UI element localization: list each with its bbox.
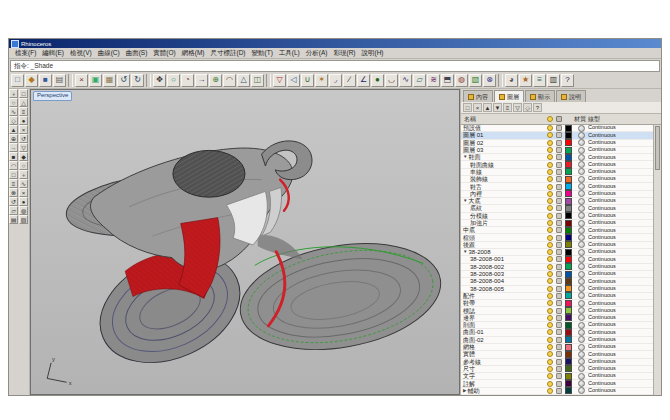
layer-color-swatch[interactable] — [563, 125, 574, 132]
lock-icon[interactable] — [554, 373, 563, 379]
layer-row[interactable]: 配件Continuous — [461, 293, 653, 300]
visibility-bulb-icon[interactable] — [545, 351, 554, 357]
lock-icon[interactable] — [554, 220, 563, 226]
material-icon[interactable] — [574, 373, 588, 380]
cut-icon[interactable]: × — [75, 74, 88, 87]
command-line[interactable]: 指令: _Shade — [10, 60, 660, 72]
visibility-bulb-icon[interactable] — [545, 125, 554, 131]
menu-item[interactable]: 彩現(R) — [330, 50, 358, 57]
layer-color-swatch[interactable] — [563, 139, 574, 146]
material-icon[interactable] — [574, 329, 588, 336]
lock-icon[interactable] — [554, 322, 563, 328]
side-tool-icon[interactable]: ● — [19, 116, 28, 125]
side-tool-icon[interactable]: ◆ — [19, 152, 28, 161]
join-icon[interactable]: ∪ — [301, 74, 314, 87]
lock-icon[interactable] — [554, 351, 563, 357]
layer-row[interactable]: 圖層 03Continuous — [461, 147, 653, 154]
curve-icon[interactable]: ∿ — [399, 74, 412, 87]
side-tool-icon[interactable]: □ — [9, 170, 18, 179]
copy-object-icon[interactable]: ⊕ — [209, 74, 222, 87]
side-tool-icon[interactable]: ∿ — [19, 179, 28, 188]
panel-scrollbar[interactable] — [653, 125, 661, 395]
lock-icon[interactable] — [554, 359, 563, 365]
lock-icon[interactable] — [554, 264, 563, 270]
layer-color-swatch[interactable] — [563, 154, 574, 161]
arc-icon[interactable]: ◡ — [385, 74, 398, 87]
lock-icon[interactable] — [554, 286, 563, 292]
panel-tool-icon[interactable]: ≡ — [503, 103, 512, 112]
visibility-bulb-icon[interactable] — [545, 278, 554, 284]
side-tool-icon[interactable]: ＋ — [19, 170, 28, 179]
side-tool-icon[interactable]: ◠ — [9, 161, 18, 170]
visibility-bulb-icon[interactable] — [545, 227, 554, 233]
layer-row[interactable]: ▼大底Continuous — [461, 198, 653, 205]
layer-row[interactable]: 中底Continuous — [461, 227, 653, 234]
visibility-bulb-icon[interactable] — [545, 373, 554, 379]
lock-icon[interactable] — [554, 176, 563, 182]
layer-row[interactable]: 38-2008-001Continuous — [461, 256, 653, 263]
layer-row[interactable]: 邊界Continuous — [461, 315, 653, 322]
lock-icon[interactable] — [554, 154, 563, 160]
lock-icon[interactable] — [554, 308, 563, 314]
layer-color-swatch[interactable] — [563, 271, 574, 278]
visibility-bulb-icon[interactable] — [545, 256, 554, 262]
layer-row[interactable]: 網格Continuous — [461, 344, 653, 351]
side-tool-icon[interactable]: ▲ — [9, 125, 18, 134]
panel-tab-圖層[interactable]: 圖層 — [494, 90, 524, 102]
layer-color-swatch[interactable] — [563, 212, 574, 219]
lock-icon[interactable] — [554, 242, 563, 248]
material-icon[interactable] — [574, 322, 588, 329]
layer-color-swatch[interactable] — [563, 256, 574, 263]
layer-color-swatch[interactable] — [563, 292, 574, 299]
material-icon[interactable] — [574, 336, 588, 343]
zoom-icon[interactable]: ○ — [167, 74, 180, 87]
menu-item[interactable]: 尺寸標註(D) — [208, 50, 249, 57]
panel-tool-icon[interactable]: ? — [533, 103, 542, 112]
visibility-bulb-icon[interactable] — [545, 132, 554, 138]
side-tool-icon[interactable]: × — [19, 188, 28, 197]
side-tool-icon[interactable]: ◍ — [19, 206, 28, 215]
side-tool-icon[interactable]: ≡ — [9, 179, 18, 188]
lock-icon[interactable] — [554, 140, 563, 146]
material-icon[interactable] — [574, 358, 588, 365]
material-icon[interactable] — [574, 168, 588, 175]
layer-color-swatch[interactable] — [563, 336, 574, 343]
properties-icon[interactable]: ▥ — [547, 74, 560, 87]
lock-icon[interactable] — [554, 205, 563, 211]
visibility-bulb-icon[interactable] — [545, 184, 554, 190]
side-tool-icon[interactable]: □ — [19, 89, 28, 98]
box-icon[interactable]: ▧ — [469, 74, 482, 87]
expander-icon[interactable]: ▼ — [463, 199, 467, 204]
material-icon[interactable] — [574, 249, 588, 256]
sphere-icon[interactable]: ◍ — [455, 74, 468, 87]
layer-color-swatch[interactable] — [563, 227, 574, 234]
lock-icon[interactable] — [554, 271, 563, 277]
material-icon[interactable] — [574, 212, 588, 219]
material-icon[interactable] — [574, 241, 588, 248]
layer-row[interactable]: 參考線Continuous — [461, 359, 653, 366]
material-icon[interactable] — [574, 220, 588, 227]
expander-icon[interactable]: ▼ — [463, 250, 467, 255]
lock-icon[interactable] — [554, 381, 563, 387]
rotate-icon[interactable]: ◠ — [223, 74, 236, 87]
menu-item[interactable]: 檢視(V) — [67, 50, 95, 57]
lock-icon[interactable] — [554, 315, 563, 321]
layer-color-swatch[interactable] — [563, 249, 574, 256]
copy-icon[interactable]: ▣ — [89, 74, 102, 87]
render-icon[interactable]: ★ — [519, 74, 532, 87]
layer-row[interactable]: 曲面-02Continuous — [461, 337, 653, 344]
lock-icon[interactable] — [554, 256, 563, 262]
layer-color-swatch[interactable] — [563, 220, 574, 227]
layer-row[interactable]: 文字Continuous — [461, 373, 653, 380]
layer-row[interactable]: 鞋帶Continuous — [461, 300, 653, 307]
lock-icon[interactable] — [554, 388, 563, 394]
lock-icon[interactable] — [554, 235, 563, 241]
lock-icon[interactable] — [554, 344, 563, 350]
print-icon[interactable]: ▤ — [53, 74, 66, 87]
side-tool-icon[interactable]: ↺ — [9, 197, 18, 206]
material-icon[interactable] — [574, 344, 588, 351]
circle-icon[interactable]: ● — [371, 74, 384, 87]
layer-color-swatch[interactable] — [563, 183, 574, 190]
panel-tool-icon[interactable]: ◇ — [523, 103, 532, 112]
material-icon[interactable] — [574, 125, 588, 132]
